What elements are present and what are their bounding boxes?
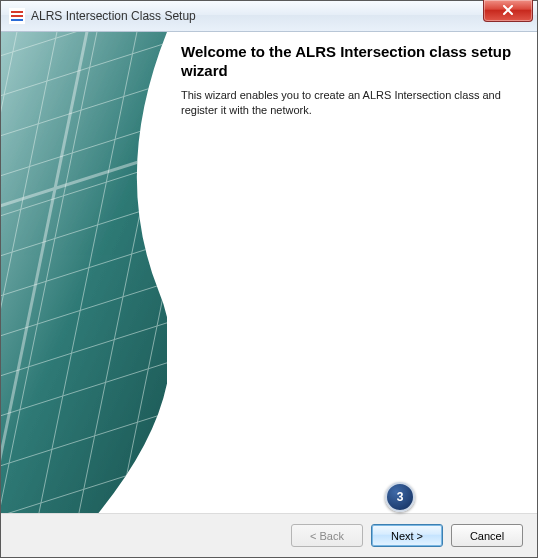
window-title: ALRS Intersection Class Setup — [31, 1, 196, 31]
cancel-button[interactable]: Cancel — [451, 524, 523, 547]
back-button: < Back — [291, 524, 363, 547]
wizard-main-pane: Welcome to the ALRS Intersection class s… — [167, 32, 537, 513]
wizard-window: ALRS Intersection Class Setup — [0, 0, 538, 558]
close-button[interactable] — [483, 0, 533, 22]
wizard-description: This wizard enables you to create an ALR… — [181, 88, 523, 118]
app-icon — [9, 8, 25, 24]
svg-rect-4 — [1, 32, 167, 513]
next-button[interactable]: Next > — [371, 524, 443, 547]
close-icon — [502, 5, 514, 16]
wizard-footer: 3 < Back Next > Cancel — [1, 513, 537, 557]
wizard-content: Welcome to the ALRS Intersection class s… — [1, 32, 537, 513]
svg-rect-1 — [11, 11, 23, 13]
wizard-heading: Welcome to the ALRS Intersection class s… — [181, 42, 523, 80]
step-callout-number: 3 — [397, 490, 404, 504]
title-bar: ALRS Intersection Class Setup — [1, 1, 537, 32]
svg-rect-2 — [11, 15, 23, 17]
svg-rect-3 — [11, 19, 23, 21]
wizard-side-graphic — [1, 32, 167, 513]
step-callout: 3 — [385, 482, 415, 512]
